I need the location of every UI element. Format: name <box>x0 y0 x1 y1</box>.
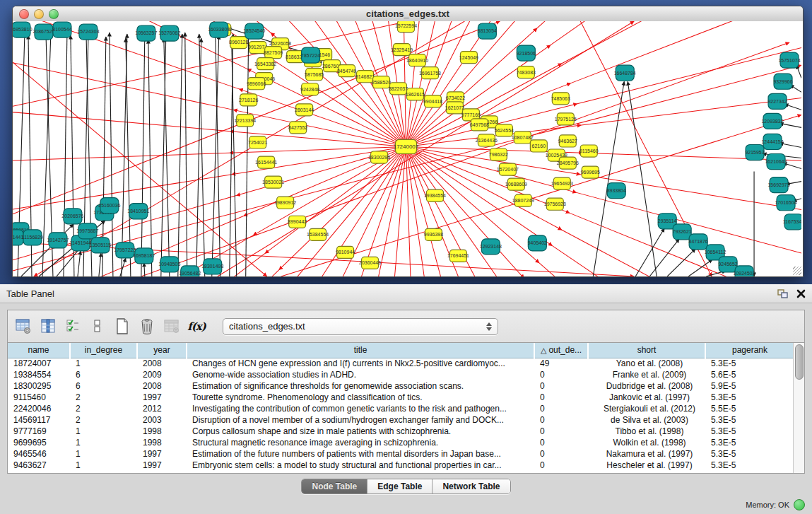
table-cell[interactable]: 2008 <box>137 358 187 369</box>
table-cell[interactable]: 0 <box>534 369 588 380</box>
table-cell[interactable]: Investigating the contribution of common… <box>187 403 534 414</box>
graph-node[interactable]: 19384554 <box>424 189 446 201</box>
graph-node[interactable]: 20867529 <box>33 24 54 40</box>
graph-node[interactable]: 17240007 <box>394 139 419 153</box>
table-cell[interactable]: Estimation of the future numbers of pati… <box>187 448 534 460</box>
graph-node[interactable]: 2718126 <box>239 94 258 106</box>
table-row[interactable]: 977716911998Corpus callosum shape and si… <box>8 426 794 437</box>
graph-node[interactable]: 8454749 <box>337 65 356 77</box>
graph-node[interactable]: 15720407 <box>497 163 519 175</box>
graph-node[interactable]: 9936398 <box>424 228 443 240</box>
graph-node[interactable]: 12093832 <box>761 113 783 129</box>
graph-node[interactable]: 8100544 <box>52 22 71 37</box>
graph-node[interactable]: 10924502 <box>734 266 755 276</box>
table-cell[interactable]: 1997 <box>137 460 187 471</box>
float-panel-icon[interactable] <box>777 289 788 298</box>
graph-node[interactable]: 17694451 <box>447 250 469 262</box>
table-row[interactable]: 969969511998Structural magnetic resonanc… <box>8 437 794 448</box>
table-cell[interactable]: 1 <box>70 426 137 437</box>
graph-node[interactable]: 16648784 <box>614 65 636 81</box>
table-cell[interactable]: 5.5E-5 <box>705 403 794 414</box>
table-cell[interactable]: 18300295 <box>8 380 70 392</box>
graph-node[interactable]: 20360446 <box>359 257 381 269</box>
graph-node[interactable]: 9810944 <box>336 246 355 258</box>
graph-node[interactable]: 18410951 <box>127 204 149 219</box>
table-cell[interactable]: 0 <box>534 380 588 392</box>
graph-node[interactable]: 9329966 <box>773 74 792 89</box>
table-cell[interactable]: 9115460 <box>8 392 70 403</box>
graph-node[interactable]: 15276062 <box>158 25 180 41</box>
table-cell[interactable]: 1998 <box>137 437 187 448</box>
graph-node[interactable]: 1245049 <box>459 52 478 64</box>
table-cell[interactable]: 49 <box>534 358 588 369</box>
table-cell[interactable]: 19384554 <box>8 369 70 380</box>
column-header-pagerank[interactable]: pagerank <box>705 343 794 358</box>
graph-node[interactable]: 9227342 <box>767 93 787 109</box>
delete-icon[interactable] <box>139 318 155 335</box>
table-cell[interactable]: 1998 <box>137 426 187 437</box>
close-panel-icon[interactable] <box>796 289 806 298</box>
graph-node[interactable]: 15724303 <box>77 24 99 40</box>
table-cell[interactable]: 0 <box>534 403 588 414</box>
graph-node[interactable]: 9218506 <box>517 45 536 61</box>
table-cell[interactable]: Wolkin et al. (1998) <box>588 437 705 448</box>
graph-node[interactable]: 19142757 <box>47 233 69 248</box>
table-cell[interactable]: 0 <box>534 426 588 437</box>
graph-node[interactable]: 6497568 <box>470 119 489 131</box>
table-cell[interactable]: 9777169 <box>8 426 70 437</box>
table-cell[interactable]: Yano et al. (2008) <box>588 358 705 369</box>
graph-node[interactable]: 12325419 <box>391 44 413 56</box>
select-columns-icon[interactable] <box>64 318 81 335</box>
table-row[interactable]: 2242004622012Investigating the contribut… <box>8 403 794 414</box>
table-cell[interactable]: 2 <box>70 414 137 426</box>
graph-node[interactable]: 12213394 <box>234 115 256 127</box>
table-cell[interactable]: Embryonic stem cells: a model to study s… <box>187 460 534 471</box>
table-cell[interactable]: Structural magnetic resonance image aver… <box>187 437 534 448</box>
graph-node[interactable]: 28495796 <box>557 157 579 169</box>
graph-node[interactable]: 20206576 <box>61 209 83 224</box>
column-header-out-degree[interactable]: △out_de... <box>534 343 588 358</box>
network-view[interactable]: 1830029576638228960128991297425226058982… <box>13 21 801 276</box>
table-row[interactable]: 946554611997Estimation of the future num… <box>8 448 794 460</box>
table-row[interactable]: 1872400712008Changes of HCN gene express… <box>8 358 794 369</box>
table-cell[interactable]: 5.3E-5 <box>705 414 794 426</box>
table-cell[interactable]: 2003 <box>137 414 187 426</box>
graph-node[interactable]: 9904418 <box>423 95 442 107</box>
graph-node[interactable]: 16953810 <box>13 22 33 37</box>
graph-node[interactable]: 8471876 <box>689 234 708 250</box>
table-cell[interactable]: 0 <box>534 437 588 448</box>
graph-node[interactable]: 8990442 <box>288 216 307 228</box>
graph-node[interactable]: 8933804 <box>607 183 626 199</box>
table-cell[interactable]: 9699695 <box>8 437 70 448</box>
table-row[interactable]: 946362711997Embryonic stem cells: a mode… <box>8 460 794 471</box>
tab-node-table[interactable]: Node Table <box>302 479 367 493</box>
table-cell[interactable]: 22420046 <box>8 403 70 414</box>
graph-node[interactable]: 12444154 <box>761 134 783 149</box>
column-header-year[interactable]: year <box>137 343 187 358</box>
table-cell[interactable]: Dudbridge et al. (2008) <box>588 380 705 392</box>
graph-node[interactable]: 19756928 <box>544 198 566 210</box>
graph-node[interactable]: 18530021 <box>262 176 284 188</box>
graph-node[interactable]: 18300295 <box>368 151 390 163</box>
table-cell[interactable]: 5.3E-5 <box>705 426 794 437</box>
table-cell[interactable]: 0 <box>534 392 588 403</box>
graph-node[interactable]: 10688609 <box>505 178 527 190</box>
graph-node[interactable]: 19654923 <box>551 177 573 189</box>
table-cell[interactable]: 1 <box>70 448 137 460</box>
graph-node[interactable]: 15751074 <box>778 52 800 68</box>
graph-node[interactable]: 1862615 <box>406 88 425 100</box>
table-cell[interactable]: 5.3E-5 <box>705 437 794 448</box>
table-cell[interactable]: Estimation of significance thresholds fo… <box>187 380 534 392</box>
graph-node[interactable]: 8960128 <box>229 37 248 49</box>
graph-node[interactable]: 9405402 <box>528 235 547 251</box>
table-cell[interactable]: 6 <box>70 380 137 392</box>
column-header-short[interactable]: short <box>588 343 705 358</box>
close-window-button[interactable] <box>19 9 29 19</box>
show-columns-icon[interactable] <box>40 318 57 335</box>
table-cell[interactable]: 2 <box>70 403 137 414</box>
table-cell[interactable]: 5.3E-5 <box>705 460 794 471</box>
table-cell[interactable]: Hescheler et al. (1997) <box>588 460 705 471</box>
table-cell[interactable]: 2009 <box>137 369 187 380</box>
table-scrollbar-thumb[interactable] <box>795 344 804 380</box>
graph-node[interactable]: 7483083 <box>517 66 536 78</box>
